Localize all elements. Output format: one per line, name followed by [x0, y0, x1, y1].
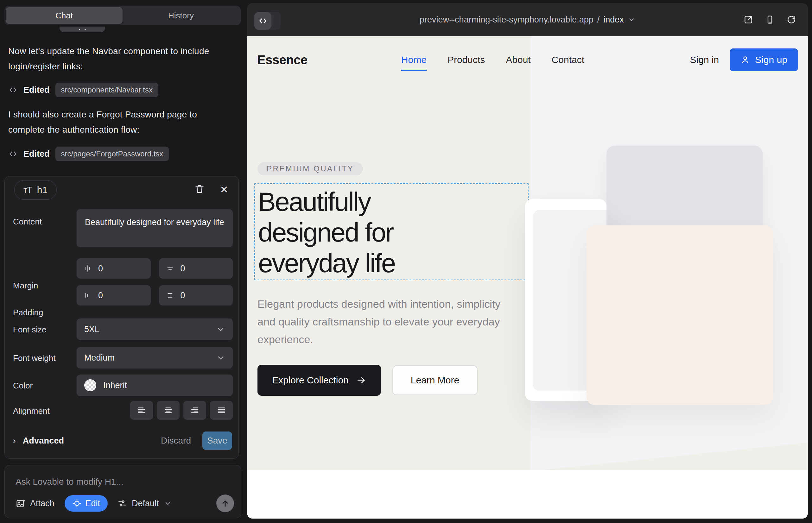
- image-attach-icon: [16, 498, 26, 508]
- attach-button[interactable]: Attach: [16, 498, 54, 508]
- site-canvas: Essence Home Products About Contact Sign…: [247, 36, 808, 519]
- sign-in-link[interactable]: Sign in: [690, 54, 719, 65]
- mode-label: Default: [132, 499, 159, 508]
- attach-label: Attach: [30, 499, 54, 508]
- padding-vertical-icon: [166, 291, 174, 300]
- nav-link-about[interactable]: About: [506, 54, 530, 65]
- font-size-value: 5XL: [84, 325, 100, 334]
- tab-chat[interactable]: Chat: [6, 7, 123, 24]
- nav-link-products[interactable]: Products: [447, 54, 485, 65]
- edited-file-row[interactable]: Edited src/components/Navbar.tsx: [8, 82, 158, 97]
- prompt-input[interactable]: Ask Lovable to modify H1...: [16, 477, 124, 487]
- scrolled-badge-partial: [59, 26, 105, 32]
- align-justify-button[interactable]: [210, 401, 233, 420]
- hero-description: Elegant products designed with intention…: [258, 295, 508, 348]
- margin-field-label: Margin: [13, 281, 38, 291]
- font-size-select[interactable]: 5XL: [77, 319, 233, 340]
- explore-collection-label: Explore Collection: [272, 375, 349, 385]
- edited-file-row[interactable]: Edited src/pages/ForgotPassword.tsx: [8, 146, 169, 161]
- advanced-expand-icon[interactable]: ›: [13, 436, 16, 446]
- mode-select[interactable]: Default: [117, 498, 172, 508]
- hero-badge: PREMIUM QUALITY: [258, 162, 363, 175]
- explore-collection-button[interactable]: Explore Collection: [258, 365, 381, 396]
- edited-label: Edited: [23, 149, 50, 159]
- nav-link-contact[interactable]: Contact: [552, 54, 584, 65]
- code-icon: [8, 149, 18, 159]
- selected-element-tag: тT h1: [14, 180, 57, 200]
- selected-h1-outline[interactable]: Beautifully designed for everyday life: [254, 183, 529, 280]
- close-panel-icon[interactable]: ✕: [220, 183, 228, 196]
- color-value: Inherit: [103, 381, 127, 390]
- user-icon: [740, 55, 750, 65]
- color-swatch-transparent: [84, 379, 96, 391]
- font-weight-select[interactable]: Medium: [77, 347, 233, 368]
- chevron-down-icon: [628, 16, 635, 23]
- code-icon: [8, 85, 18, 95]
- builder-sidebar: Chat History Now let's update the Navbar…: [0, 0, 247, 523]
- url-separator: /: [597, 15, 600, 25]
- edited-file-badge[interactable]: src/components/Navbar.tsx: [55, 83, 158, 97]
- preview-header-actions: [743, 3, 796, 36]
- edited-label: Edited: [23, 85, 50, 95]
- padding-inputs: 0 0: [77, 285, 233, 306]
- padding-field-label: Padding: [13, 308, 43, 318]
- preview-header-bar: preview--charming-site-symphony.lovable.…: [247, 3, 808, 36]
- mobile-view-icon[interactable]: [765, 15, 775, 25]
- padding-y-input[interactable]: 0: [159, 285, 233, 306]
- site-nav-links: Home Products About Contact: [401, 54, 584, 65]
- open-in-new-tab-icon[interactable]: [743, 15, 754, 25]
- align-right-button[interactable]: [183, 401, 206, 420]
- align-left-button[interactable]: [130, 401, 153, 420]
- discard-button[interactable]: Discard: [161, 436, 191, 446]
- refresh-icon[interactable]: [786, 15, 796, 25]
- margin-y-input[interactable]: 0: [159, 258, 233, 278]
- chat-message: Now let's update the Navbar component to…: [8, 44, 217, 74]
- align-center-button[interactable]: [157, 401, 180, 420]
- margin-vertical-icon: [166, 264, 174, 273]
- margin-inputs: 0 0: [77, 258, 233, 278]
- edit-mode-button[interactable]: Edit: [65, 495, 108, 511]
- font-size-field-label: Font size: [13, 325, 47, 335]
- content-input[interactable]: Beautifully designed for everyday life: [77, 209, 233, 247]
- sign-up-label: Sign up: [755, 54, 787, 65]
- color-select[interactable]: Inherit: [77, 375, 233, 396]
- chat-history-tabs: Chat History: [4, 6, 241, 25]
- element-tag-label: h1: [37, 184, 48, 195]
- padding-x-input[interactable]: 0: [77, 285, 151, 306]
- element-editor-panel: тT h1 ✕ Content Beautifully designed for…: [4, 176, 239, 459]
- edited-file-badge[interactable]: src/pages/ForgotPassword.tsx: [55, 147, 169, 161]
- typography-icon: тT: [23, 185, 32, 195]
- learn-more-button[interactable]: Learn More: [392, 365, 478, 395]
- hero-heading[interactable]: Beautifully designed for everyday life: [258, 186, 455, 278]
- font-weight-value: Medium: [84, 353, 114, 363]
- alignment-buttons: [77, 401, 233, 420]
- save-button[interactable]: Save: [202, 432, 232, 450]
- color-field-label: Color: [13, 381, 33, 391]
- url-page: index: [603, 15, 624, 25]
- send-button[interactable]: [216, 494, 234, 512]
- advanced-toggle[interactable]: Advanced: [23, 436, 64, 446]
- site-logo[interactable]: Essence: [257, 53, 307, 67]
- chevron-down-icon: [216, 353, 225, 362]
- preview-window: preview--charming-site-symphony.lovable.…: [247, 3, 808, 519]
- edit-mode-label: Edit: [86, 499, 100, 508]
- learn-more-label: Learn More: [411, 375, 459, 385]
- hero-cta-row: Explore Collection Learn More: [258, 365, 478, 396]
- tab-history[interactable]: History: [123, 7, 240, 24]
- padding-y-value: 0: [180, 291, 185, 301]
- margin-x-input[interactable]: 0: [77, 258, 151, 278]
- nav-link-home[interactable]: Home: [401, 54, 427, 65]
- site-navbar: Essence Home Products About Contact Sign…: [247, 36, 808, 84]
- hero-decorative-wedge: [540, 443, 808, 470]
- sign-up-button[interactable]: Sign up: [730, 49, 798, 71]
- padding-x-value: 0: [98, 291, 103, 301]
- preview-url[interactable]: preview--charming-site-symphony.lovable.…: [247, 3, 808, 36]
- target-icon: [72, 499, 82, 508]
- next-section-background: [247, 470, 808, 519]
- alignment-field-label: Alignment: [13, 406, 50, 416]
- margin-horizontal-icon: [84, 264, 92, 273]
- chevron-down-icon: [216, 325, 225, 334]
- delete-element-icon[interactable]: [194, 183, 205, 195]
- url-host: preview--charming-site-symphony.lovable.…: [420, 15, 594, 25]
- padding-horizontal-icon: [84, 291, 92, 300]
